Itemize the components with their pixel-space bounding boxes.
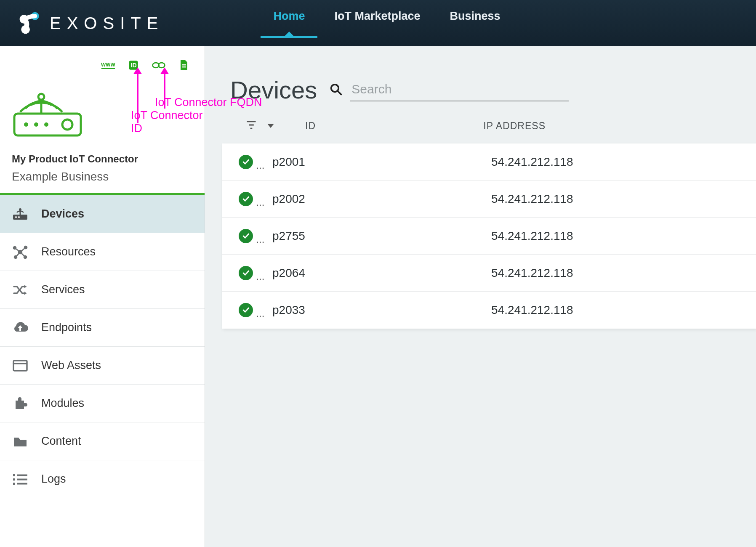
device-table: …p200154.241.212.118…p200254.241.212.118…	[222, 143, 756, 329]
svg-point-22	[19, 208, 21, 211]
svg-point-12	[24, 122, 28, 127]
nav-link-iot-marketplace[interactable]: IoT Marketplace	[334, 10, 420, 37]
device-row[interactable]: …p206454.241.212.118	[222, 255, 756, 292]
nav-links: HomeIoT MarketplaceBusiness	[273, 10, 500, 37]
sidebar-item-label: Devices	[41, 207, 84, 220]
svg-line-30	[16, 252, 20, 257]
brand-logo[interactable]: EXOSITE	[17, 11, 164, 36]
svg-rect-36	[13, 483, 15, 485]
column-header-ip[interactable]: IP ADDRESS	[483, 120, 546, 132]
svg-rect-10	[182, 66, 186, 67]
device-id: p2064	[272, 266, 491, 280]
device-icon	[12, 208, 29, 220]
status-cell: …	[239, 228, 272, 244]
sidebar-item-label: Content	[41, 435, 81, 448]
svg-point-15	[62, 119, 72, 130]
sidebar-item-label: Web Assets	[41, 359, 101, 372]
sidebar-item-services[interactable]: Services	[0, 271, 205, 309]
svg-rect-34	[13, 474, 15, 476]
sidebar-item-content[interactable]: Content	[0, 422, 205, 460]
sidebar-item-web-assets[interactable]: Web Assets	[0, 347, 205, 385]
list-icon	[12, 473, 29, 485]
status-ok-icon	[239, 229, 253, 243]
svg-line-28	[15, 248, 20, 252]
sidebar-item-label: Logs	[41, 473, 66, 486]
sidebar-item-endpoints[interactable]: Endpoints	[0, 309, 205, 347]
svg-rect-35	[13, 478, 15, 481]
device-row[interactable]: …p200154.241.212.118	[222, 143, 756, 181]
main-content: Devices ID IP ADDRESS …p200154.241.212.1…	[205, 46, 756, 547]
device-ip: 54.241.212.118	[491, 266, 573, 280]
nav-link-home[interactable]: Home	[273, 10, 305, 37]
row-menu-icon[interactable]: …	[256, 309, 265, 319]
device-ip: 54.241.212.118	[491, 192, 573, 206]
svg-line-31	[20, 252, 25, 257]
svg-rect-32	[13, 361, 27, 371]
svg-text:WWW: WWW	[101, 62, 115, 68]
row-menu-icon[interactable]: …	[256, 272, 265, 281]
svg-rect-37	[17, 474, 27, 476]
filter-icon[interactable]	[245, 119, 257, 133]
status-ok-icon	[239, 192, 253, 206]
status-ok-icon	[239, 303, 253, 317]
document-icon[interactable]	[177, 58, 191, 72]
sidebar-item-label: Services	[41, 283, 85, 296]
brand-mark-icon	[17, 11, 42, 36]
graph-icon	[12, 244, 29, 260]
shuffle-icon	[12, 284, 29, 296]
nav-link-business[interactable]: Business	[450, 10, 500, 37]
svg-rect-39	[17, 483, 27, 484]
top-nav: EXOSITE HomeIoT MarketplaceBusiness	[0, 0, 756, 46]
svg-point-19	[15, 216, 17, 218]
sidebar-item-label: Endpoints	[41, 321, 92, 334]
device-row[interactable]: …p275554.241.212.118	[222, 218, 756, 255]
chevron-down-icon[interactable]	[267, 124, 274, 128]
window-icon	[12, 359, 29, 372]
device-ip: 54.241.212.118	[491, 303, 573, 317]
status-cell: …	[239, 154, 272, 170]
product-name: My Product IoT Connector	[12, 153, 193, 165]
puzzle-icon	[12, 396, 29, 411]
svg-point-13	[34, 122, 38, 127]
cloud-up-icon	[12, 321, 29, 334]
device-row[interactable]: …p203354.241.212.118	[222, 292, 756, 329]
row-menu-icon[interactable]: …	[256, 161, 265, 170]
device-id: p2002	[272, 192, 491, 206]
sidebar-item-devices[interactable]: Devices	[0, 195, 205, 233]
folder-icon	[12, 435, 29, 448]
search-input[interactable]	[350, 80, 569, 101]
annotation-id-label: IoT Connector ID	[131, 109, 205, 135]
svg-rect-38	[17, 478, 27, 480]
svg-line-41	[338, 90, 341, 94]
device-ip: 54.241.212.118	[491, 155, 573, 169]
brand-name: EXOSITE	[50, 14, 164, 33]
www-icon[interactable]: WWW	[101, 58, 115, 72]
status-ok-icon	[239, 155, 253, 169]
column-header-id[interactable]: ID	[305, 120, 316, 132]
sidebar-item-modules[interactable]: Modules	[0, 385, 205, 422]
row-menu-icon[interactable]: …	[256, 198, 265, 207]
annotation-fqdn-label: IoT Connector FQDN	[155, 96, 262, 109]
svg-point-14	[44, 122, 48, 127]
sidebar-item-label: Modules	[41, 397, 84, 410]
sidebar: WWW ID IoT Connector ID IoT Connector FQ…	[0, 46, 205, 547]
business-name: Example Business	[12, 170, 193, 191]
search-icon[interactable]	[330, 83, 342, 98]
sidebar-item-logs[interactable]: Logs	[0, 460, 205, 498]
sidebar-menu: DevicesResourcesServicesEndpointsWeb Ass…	[0, 195, 205, 498]
device-id: p2001	[272, 155, 491, 169]
device-id: p2755	[272, 229, 491, 243]
device-id: p2033	[272, 303, 491, 317]
row-menu-icon[interactable]: …	[256, 235, 265, 244]
status-cell: …	[239, 191, 272, 207]
svg-line-29	[20, 247, 26, 252]
status-cell: …	[239, 302, 272, 319]
table-header-row: ID IP ADDRESS	[205, 104, 756, 139]
svg-point-17	[38, 94, 44, 100]
svg-rect-9	[182, 64, 186, 65]
sidebar-item-label: Resources	[41, 245, 96, 258]
device-row[interactable]: …p200254.241.212.118	[222, 181, 756, 218]
status-cell: …	[239, 265, 272, 281]
sidebar-item-resources[interactable]: Resources	[0, 233, 205, 271]
status-ok-icon	[239, 266, 253, 280]
